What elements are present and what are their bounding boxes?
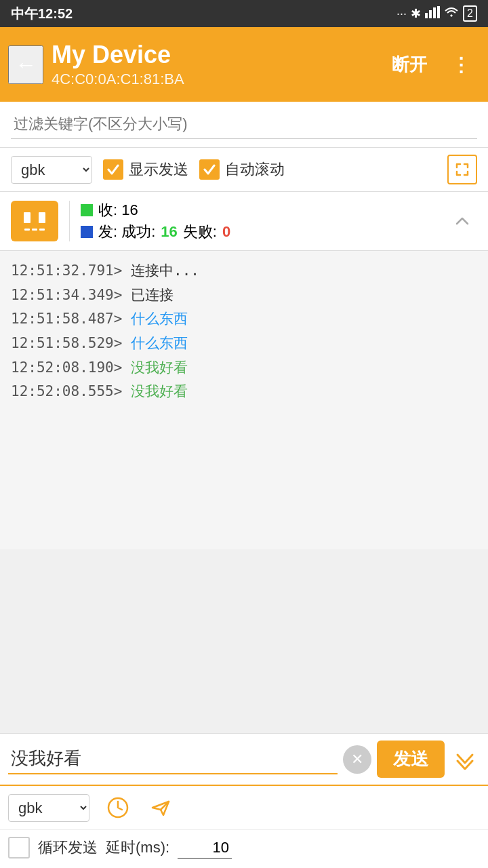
expand-button[interactable]: [447, 155, 477, 184]
stats-recv-row: 收: 16: [81, 200, 436, 220]
send-button[interactable]: 发送: [377, 741, 445, 778]
send-dot: [81, 226, 93, 238]
bottom-area: ✕ 发送 gbk utf-8 ascii: [0, 733, 488, 868]
svg-rect-1: [429, 10, 432, 18]
log-area: 12:51:32.791> 连接中...12:51:34.349> 已连接12:…: [0, 251, 488, 549]
stats-text: 收: 16 发: 成功: 16 失败: 0: [81, 199, 436, 243]
svg-rect-2: [433, 7, 436, 18]
auto-scroll-checkbox-label[interactable]: 自动滚动: [199, 159, 285, 180]
status-icons: ··· ✱ 2: [396, 5, 477, 22]
bottom-controls: gbk utf-8 ascii: [0, 786, 488, 830]
device-mac: 4C:C0:0A:C1:81:BA: [52, 71, 375, 88]
bluetooth-icon: ✱: [411, 6, 421, 21]
back-button[interactable]: ←: [8, 45, 43, 84]
status-time: 中午12:52: [11, 5, 73, 23]
loop-row: 循环发送 延时(ms):: [0, 830, 488, 868]
cellular-icon: [425, 6, 440, 22]
expand-down-button[interactable]: [450, 745, 480, 774]
svg-rect-0: [425, 13, 428, 18]
loop-send-checkbox[interactable]: [8, 837, 30, 859]
toolbar: ← My Device 4C:C0:0A:C1:81:BA 断开 ⋮: [0, 27, 488, 102]
svg-rect-3: [437, 6, 440, 18]
input-row: ✕ 发送: [0, 734, 488, 786]
send-fail: 0: [222, 223, 230, 241]
controls-row: gbk utf-8 ascii 显示发送 自动滚动: [0, 148, 488, 192]
recv-label: 收: 16: [98, 200, 138, 220]
recv-dot: [81, 204, 93, 216]
collapse-button[interactable]: [447, 206, 477, 236]
log-line: 12:51:58.529> 什么东西: [11, 332, 477, 356]
send-fail-label: 失败:: [183, 222, 217, 242]
battery-icon: 2: [463, 5, 477, 22]
quick-send-icon[interactable]: [146, 793, 176, 823]
send-success: 16: [161, 223, 177, 241]
auto-scroll-checkbox[interactable]: [199, 159, 220, 180]
log-line: 12:51:58.487> 什么东西: [11, 307, 477, 332]
show-send-label: 显示发送: [129, 159, 188, 180]
stats-row: 收: 16 发: 成功: 16 失败: 0: [0, 192, 488, 251]
stats-divider: [69, 201, 70, 241]
send-label: 发: 成功:: [98, 222, 155, 242]
auto-scroll-label: 自动滚动: [225, 159, 285, 180]
delay-input[interactable]: [178, 837, 232, 859]
stats-send-row: 发: 成功: 16 失败: 0: [81, 222, 436, 242]
history-button[interactable]: [103, 793, 133, 823]
encoding-select-top[interactable]: gbk utf-8 ascii: [11, 156, 92, 184]
show-send-checkbox-label[interactable]: 显示发送: [103, 159, 188, 180]
status-bar: 中午12:52 ··· ✱ 2: [0, 0, 488, 27]
pause-clear-button[interactable]: [11, 201, 58, 241]
encoding-select-bottom[interactable]: gbk utf-8 ascii: [8, 794, 89, 822]
log-line: 12:51:32.791> 连接中...: [11, 259, 477, 283]
delay-label: 延时(ms):: [106, 837, 169, 858]
disconnect-button[interactable]: 断开: [384, 47, 435, 82]
toolbar-title-block: My Device 4C:C0:0A:C1:81:BA: [52, 41, 375, 88]
device-name: My Device: [52, 41, 375, 69]
wifi-icon: [444, 6, 459, 22]
show-send-checkbox[interactable]: [103, 159, 123, 180]
log-line: 12:52:08.555> 没我好看: [11, 380, 477, 404]
filter-input[interactable]: [11, 110, 477, 139]
loop-send-label: 循环发送: [38, 837, 98, 858]
signal-dots-icon: ···: [396, 7, 407, 21]
log-line: 12:52:08.190> 没我好看: [11, 356, 477, 380]
clear-input-button[interactable]: ✕: [343, 745, 371, 774]
log-line: 12:51:34.349> 已连接: [11, 283, 477, 308]
filter-bar: [0, 102, 488, 148]
message-input[interactable]: [8, 744, 338, 774]
more-menu-button[interactable]: ⋮: [443, 48, 480, 81]
